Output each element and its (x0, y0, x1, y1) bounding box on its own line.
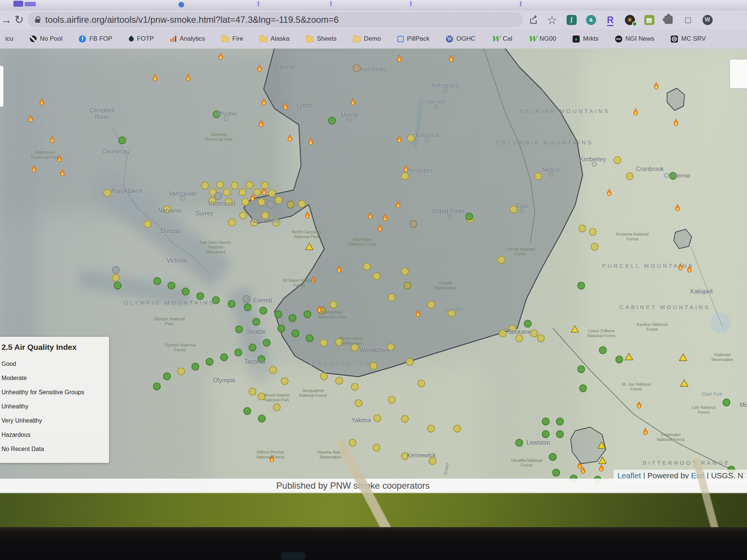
aqi-monitor-dot-y[interactable] (320, 339, 328, 347)
address-bar[interactable]: tools.airfire.org/airtools/v1/pnw-smoke.… (28, 12, 523, 27)
ext-r-icon[interactable]: R (601, 12, 620, 27)
aqi-monitor-dot-y[interactable] (427, 425, 435, 433)
aqi-monitor-dot-g[interactable] (235, 326, 243, 333)
aqi-monitor-dot-y[interactable] (216, 181, 224, 189)
aqi-monitor-dot-g[interactable] (556, 430, 564, 438)
aqi-monitor-dot-y[interactable] (258, 198, 266, 206)
aqi-monitor-dot-gr[interactable] (243, 295, 251, 303)
fire-icon[interactable] (260, 186, 269, 199)
aqi-monitor-dot-g[interactable] (118, 137, 126, 144)
aqi-monitor-dot-y[interactable] (427, 301, 435, 309)
warning-triangle-marker[interactable] (679, 353, 688, 363)
fire-icon[interactable] (255, 63, 264, 76)
aqi-monitor-dot-g[interactable] (263, 339, 271, 347)
aqi-monitor-dot-g[interactable] (163, 373, 171, 380)
fire-icon[interactable] (673, 203, 682, 215)
url-text[interactable]: tools.airfire.org/airtools/v1/pnw-smoke.… (45, 15, 339, 25)
ext-puzzle-icon[interactable] (659, 12, 678, 27)
aqi-monitor-dot-y[interactable] (498, 256, 505, 264)
aqi-monitor-dot-y[interactable] (363, 263, 371, 271)
aqi-monitor-dot-y[interactable] (401, 268, 409, 276)
fire-icon[interactable] (413, 308, 422, 321)
aqi-monitor-dot-y[interactable] (530, 330, 538, 337)
aqi-monitor-dot-g[interactable] (549, 453, 557, 461)
fire-icon[interactable] (26, 113, 35, 126)
aqi-monitor-dot-y[interactable] (177, 368, 185, 376)
aqi-monitor-dot-y[interactable] (298, 200, 306, 208)
aqi-monitor-dot-g[interactable] (328, 117, 336, 125)
aqi-monitor-dot-gr[interactable] (267, 201, 275, 209)
ext-print-icon[interactable]: ▤ (639, 12, 659, 27)
aqi-monitor-dot-g[interactable] (278, 325, 285, 333)
fire-icon[interactable] (216, 51, 225, 64)
aqi-monitor-dot-y[interactable] (579, 225, 586, 233)
aqi-monitor-dot-y[interactable] (246, 181, 254, 189)
aqi-monitor-dot-y[interactable] (273, 404, 281, 411)
aqi-monitor-dot-y[interactable] (281, 377, 289, 385)
aqi-monitor-dot-g[interactable] (249, 344, 257, 352)
bookmark-analytics[interactable]: Analytics (170, 35, 205, 43)
aqi-monitor-dot-y[interactable] (388, 396, 396, 404)
fire-icon[interactable] (375, 223, 384, 236)
aqi-monitor-dot-y[interactable] (591, 243, 599, 251)
aqi-monitor-dot-g[interactable] (542, 418, 550, 426)
ext-a-icon[interactable]: a (581, 12, 601, 27)
fire-icon[interactable] (37, 97, 46, 109)
aqi-monitor-dot-g[interactable] (182, 288, 190, 296)
warning-triangle-marker[interactable] (305, 242, 314, 252)
fire-icon[interactable] (631, 107, 640, 119)
fire-icon[interactable] (306, 136, 315, 149)
aqi-monitor-dot-y[interactable] (201, 182, 209, 190)
aqi-monitor-dot-g[interactable] (289, 314, 297, 322)
aqi-monitor-dot-y[interactable] (515, 335, 523, 342)
layers-control-partial[interactable] (729, 59, 747, 89)
aqi-monitor-dot-y[interactable] (275, 196, 283, 204)
aqi-monitor-dot-g[interactable] (252, 318, 260, 326)
aqi-monitor-dot-y[interactable] (231, 182, 239, 190)
fire-icon[interactable] (395, 53, 404, 66)
aqi-monitor-dot-g[interactable] (599, 346, 607, 354)
aqi-monitor-dot-y[interactable] (112, 274, 120, 282)
aqi-monitor-dot-y[interactable] (330, 301, 338, 309)
aqi-monitor-dot-y[interactable] (320, 373, 328, 380)
aqi-monitor-dot-g[interactable] (515, 439, 523, 447)
bookmark-no-pool[interactable]: No Pool (30, 35, 62, 43)
aqi-monitor-dot-gr[interactable] (112, 266, 120, 274)
bookmark-sheets[interactable]: Sheets (306, 35, 337, 43)
aqi-monitor-dot-g[interactable] (114, 282, 122, 290)
aqi-monitor-dot-g[interactable] (304, 311, 311, 318)
bookmark-alaska[interactable]: Alaska (260, 35, 289, 43)
aqi-monitor-dot-g[interactable] (556, 418, 564, 426)
aqi-monitor-dot-y[interactable] (269, 366, 277, 374)
aqi-monitor-dot-o[interactable] (404, 282, 412, 290)
bookmark-ng00[interactable]: WNG00 (529, 35, 556, 43)
aqi-monitor-dot-y[interactable] (534, 172, 542, 180)
aqi-monitor-dot-g[interactable] (153, 383, 161, 391)
fire-icon[interactable] (48, 134, 57, 147)
aqi-monitor-dot-y[interactable] (335, 377, 343, 385)
aqi-monitor-dot-gr[interactable] (214, 192, 222, 200)
aqi-monitor-dot-y[interactable] (374, 414, 381, 422)
bookmark-cal[interactable]: WCal (492, 35, 512, 43)
aqi-monitor-dot-g[interactable] (552, 469, 560, 477)
fire-icon[interactable] (303, 210, 312, 223)
aqi-monitor-dot-y[interactable] (614, 156, 622, 164)
bookmark-fb-fop[interactable]: fFB FOP (79, 35, 112, 43)
aqi-monitor-dot-g[interactable] (524, 320, 532, 328)
bookmark-fire[interactable]: Fire (221, 35, 243, 43)
aqi-monitor-dot-y[interactable] (103, 189, 111, 197)
aqi-monitor-dot-y[interactable] (406, 358, 414, 366)
lock-icon[interactable] (35, 19, 40, 23)
fire-icon[interactable] (184, 72, 193, 85)
warning-triangle-marker[interactable] (624, 352, 633, 362)
fire-icon[interactable] (579, 465, 588, 478)
ext-script-icon[interactable]: ʃ (562, 12, 581, 27)
aqi-monitor-dot-y[interactable] (239, 189, 247, 196)
aqi-monitor-dot-y[interactable] (228, 219, 236, 227)
fire-icon[interactable] (394, 199, 403, 212)
fire-icon[interactable] (281, 101, 290, 114)
browser-tab-strip[interactable] (0, 0, 747, 10)
aqi-monitor-dot-g[interactable] (292, 330, 300, 337)
aqi-monitor-dot-y[interactable] (268, 190, 276, 197)
warning-triangle-marker[interactable] (680, 379, 689, 389)
